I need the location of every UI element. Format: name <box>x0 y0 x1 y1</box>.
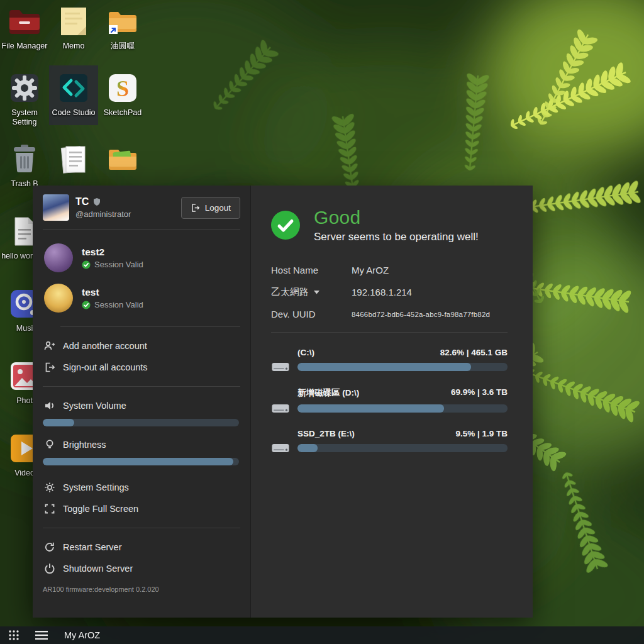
brightness-slider[interactable] <box>43 458 239 465</box>
disk-row-c: (C:\) 82.6% | 465.1 GB <box>271 348 508 371</box>
restart-server-item[interactable]: Restart Server <box>43 536 240 558</box>
documents-icon <box>56 142 91 177</box>
account-avatar <box>44 284 73 313</box>
account-item-test2[interactable]: test2 Session Valid <box>43 238 240 278</box>
sign-out-icon <box>44 362 55 373</box>
user-menu-panel: TC @administrator Logout <box>33 186 250 618</box>
status-popup: TC @administrator Logout <box>33 186 533 618</box>
disk-usage: 9.5% | 1.9 TB <box>455 429 508 438</box>
logout-button[interactable]: Logout <box>181 197 240 219</box>
desktop-icon-label: Musi <box>16 324 33 333</box>
taskbar-app-title: My ArOZ <box>64 630 100 640</box>
disk-name: SSD_2TB (E:\) <box>297 429 355 438</box>
account-item-test[interactable]: test Session Valid <box>43 278 240 318</box>
file-manager-icon <box>7 4 42 39</box>
code-studio-icon <box>56 70 91 106</box>
divider <box>43 528 240 528</box>
disk-name: 新增磁碟區 (D:\) <box>297 387 359 399</box>
disk-name: (C:\) <box>297 348 314 357</box>
desktop-icon-label: System Setting <box>1 108 48 127</box>
hamburger-menu-icon <box>35 631 48 640</box>
session-valid-check-icon <box>82 301 91 309</box>
desktop-icon-file-manager[interactable]: File Manager <box>0 4 49 51</box>
system-setting-icon <box>7 70 42 106</box>
sketchpad-icon: S <box>105 70 140 106</box>
svg-text:S: S <box>116 76 129 101</box>
add-account-item[interactable]: Add another account <box>43 335 240 357</box>
account-avatar <box>44 243 73 272</box>
ip-address-value: 192.168.1.214 <box>352 287 412 297</box>
uuid-value: 8466bd72-bdb6-452a-abc9-fa98a77fb82d <box>352 311 490 318</box>
disk-usage-fill <box>297 363 471 371</box>
add-user-icon <box>44 340 55 352</box>
divider <box>43 229 240 230</box>
desktop-icon-label: SketchPad <box>104 108 142 118</box>
desktop-icon-system-setting[interactable]: System Setting <box>0 70 49 127</box>
uuid-row: Dev. UUID 8466bd72-bdb6-452a-abc9-fa98a7… <box>271 309 508 319</box>
hdd-icon <box>271 360 290 373</box>
desktop-icon-label: Memo <box>63 42 85 51</box>
shutdown-server-item[interactable]: Shutdown Server <box>43 558 240 579</box>
desktop-icon-label: File Manager <box>2 42 48 51</box>
volume-slider[interactable] <box>43 419 239 426</box>
logout-icon <box>191 203 200 213</box>
current-user-name: TC <box>75 196 89 208</box>
toggle-fullscreen-item[interactable]: Toggle Full Screen <box>43 498 240 519</box>
trash-icon <box>7 142 42 177</box>
app-grid-icon <box>8 630 19 641</box>
gear-icon <box>44 482 55 493</box>
status-ok-check-icon <box>271 211 300 240</box>
disk-usage: 82.6% | 465.1 GB <box>440 348 508 357</box>
window-list-button[interactable] <box>28 626 55 644</box>
signout-all-item[interactable]: Sign-out all accounts <box>43 357 240 378</box>
desktop-icon-sketchpad[interactable]: S SketchPad <box>98 70 147 118</box>
current-user-identity: TC @administrator <box>75 196 131 219</box>
account-status: Session Valid <box>82 260 143 269</box>
desktop-icon-folder-green[interactable] <box>98 142 147 179</box>
disk-usage-bar <box>297 404 508 413</box>
desktop-icon-code-studio[interactable]: Code Studio <box>49 65 98 125</box>
system-settings-item[interactable]: System Settings <box>43 477 240 498</box>
start-menu-button[interactable] <box>0 626 28 644</box>
brightness-label: Brightness <box>43 434 240 455</box>
account-name: test <box>82 287 143 298</box>
disk-usage: 69.9% | 3.6 TB <box>451 387 508 399</box>
chevron-down-icon <box>314 291 319 294</box>
account-status: Session Valid <box>82 300 143 309</box>
divider <box>60 326 240 327</box>
desktop-icon-memo[interactable]: Memo <box>49 4 98 51</box>
hdd-icon <box>271 441 290 454</box>
server-status-panel: Good Server seems to be operating well! … <box>250 186 533 618</box>
desktop: File Manager Memo 油圓喔 <box>0 0 644 644</box>
power-icon <box>44 563 55 574</box>
current-user-header: TC @administrator Logout <box>43 194 240 221</box>
disk-row-d: 新增磁碟區 (D:\) 69.9% | 3.6 TB <box>271 387 508 413</box>
disk-usage-fill <box>297 444 318 452</box>
uuid-label: Dev. UUID <box>271 309 352 319</box>
divider <box>271 332 508 333</box>
network-interface-dropdown[interactable]: 乙太網路 <box>271 286 352 298</box>
server-status-header: Good Server seems to be operating well! <box>271 207 508 243</box>
restart-icon <box>44 541 55 553</box>
desktop-icon-label: Video <box>14 469 35 478</box>
disk-usage-bar <box>297 363 508 371</box>
desktop-icon-documents[interactable] <box>49 142 98 179</box>
fullscreen-icon <box>44 503 55 514</box>
desktop-icon-shortcut-folder[interactable]: 油圓喔 <box>98 4 147 51</box>
speaker-icon <box>44 400 55 411</box>
brightness-slider-fill <box>43 458 233 465</box>
desktop-icon-label: 油圓喔 <box>111 42 135 51</box>
account-name: test2 <box>82 247 143 258</box>
session-valid-check-icon <box>82 260 91 269</box>
hostname-row: Host Name My ArOZ <box>271 265 508 275</box>
disk-row-e: SSD_2TB (E:\) 9.5% | 1.9 TB <box>271 429 508 452</box>
volume-slider-fill <box>43 419 74 426</box>
network-row: 乙太網路 192.168.1.214 <box>271 286 508 298</box>
memo-icon <box>56 4 91 39</box>
divider <box>43 386 240 387</box>
hostname-label: Host Name <box>271 265 352 275</box>
taskbar: My ArOZ <box>0 626 644 644</box>
status-subtitle: Server seems to be operating well! <box>314 231 479 243</box>
disk-usage-fill <box>297 404 444 413</box>
desktop-icon-trash[interactable]: Trash B <box>0 142 49 189</box>
